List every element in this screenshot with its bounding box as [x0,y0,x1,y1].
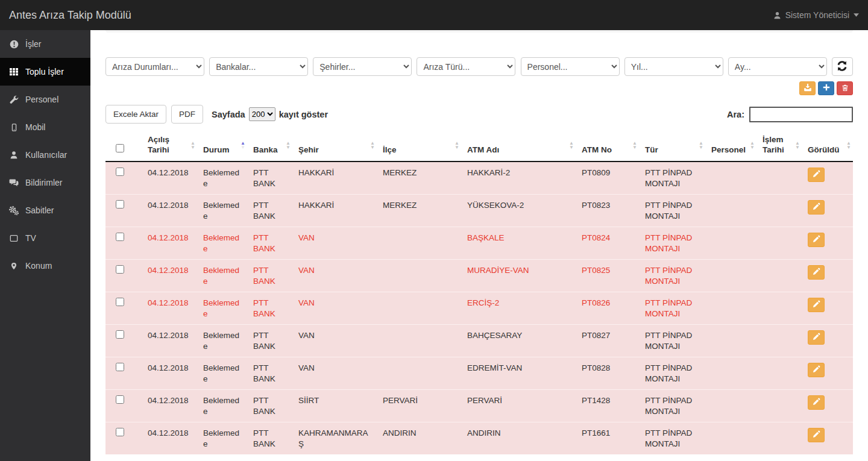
row-checkbox[interactable] [116,233,124,241]
select-all-checkbox[interactable] [116,144,124,152]
search-input[interactable] [749,107,853,122]
filter-select-sehirler[interactable]: Şehirler... [313,57,412,76]
filter-select-bankalar[interactable]: Bankalar... [209,57,308,76]
row-checkbox[interactable] [116,200,124,209]
filter-select-ariza-turu[interactable]: Arıza Türü... [417,57,515,76]
column-header-7[interactable]: ATM No▲▼ [576,130,639,162]
sidebar-item-kullanicilar[interactable]: Kullanıcılar [0,141,90,169]
sort-arrows-icon: ▲▼ [632,141,637,149]
row-checkbox[interactable] [116,395,124,404]
refresh-button[interactable] [832,57,853,76]
cell-tur: PTT PİNPAD MONTAJI [639,162,705,195]
column-header-1[interactable]: Açılış Tarihi▲▼ [142,130,197,162]
user-menu[interactable]: Sistem Yöneticisi [773,10,859,20]
select-all-header [105,130,142,162]
column-header-4[interactable]: Şehir▲▼ [292,130,377,162]
sidebar-item-label: Toplu İşler [25,67,64,77]
cell-islem_tarihi [756,390,802,422]
export-pdf-button[interactable]: PDF [171,105,203,124]
filter-select-ariza-durumlari[interactable]: Arıza Durumları... [105,57,204,76]
filter-select-personel[interactable]: Personel... [521,57,620,76]
cell-goruldu [802,260,853,292]
cell-sehir: VAN [292,260,377,292]
row-select-cell [105,162,142,195]
main-content: Anasayfa / Toplu İşler Arıza Durumları..… [90,0,868,454]
cell-durum: Beklemede [197,260,247,292]
sidebar-item-isler[interactable]: İşler [0,30,90,58]
add-button[interactable] [818,81,834,95]
page-size-control: Sayfada 200 kayıt göster [212,107,328,121]
column-header-3[interactable]: Banka▲▼ [247,130,292,162]
column-header-6[interactable]: ATM Adı▲▼ [461,130,576,162]
row-checkbox[interactable] [116,363,124,371]
cell-atm_adi: YÜKSEKOVA-2 [461,195,576,227]
cell-banka: PTT BANK [247,292,292,325]
cell-atm_adi: ERCİŞ-2 [461,292,576,325]
cell-banka: PTT BANK [247,227,292,260]
cell-atm_no: PT0823 [576,195,639,227]
edit-button[interactable] [808,330,825,345]
edit-button[interactable] [808,428,825,442]
edit-button[interactable] [808,395,825,410]
sidebar-item-bildirimler[interactable]: Bildirimler [0,169,90,196]
row-checkbox[interactable] [116,428,124,436]
sidebar-item-label: İşler [25,39,41,49]
sidebar-item-mobil[interactable]: Mobil [0,113,90,141]
cell-tur: PTT PİNPAD MONTAJI [639,357,705,390]
tv-icon [9,234,19,242]
column-header-11[interactable]: Görüldü▲▼ [802,130,853,162]
row-checkbox[interactable] [116,298,124,306]
column-header-8[interactable]: Tür▲▼ [639,130,705,162]
column-label: Açılış Tarihi [148,135,169,154]
cell-islem_tarihi [756,325,802,357]
cell-islem_tarihi [756,227,802,260]
edit-button[interactable] [808,265,825,280]
cell-goruldu [802,162,853,195]
sort-arrows-icon: ▲▼ [795,141,800,149]
cell-tur: PTT PİNPAD MONTAJI [639,195,705,227]
column-label: ATM Adı [467,145,499,154]
cell-goruldu [802,325,853,357]
cell-ilce: MERKEZ [377,162,461,195]
cell-banka: PTT BANK [247,422,292,455]
edit-button[interactable] [808,363,825,377]
page-size-prefix: Sayfada [212,110,245,119]
column-label: İşlem Tarihi [763,135,784,154]
download-button[interactable] [799,81,816,95]
filter-select-ay[interactable]: Ay... [728,57,827,76]
cell-banka: PTT BANK [247,357,292,390]
row-checkbox[interactable] [116,330,124,339]
cell-personel [705,260,756,292]
table-row: 04.12.2018BeklemedePTT BANKKAHRAMANMARAŞ… [105,422,853,455]
table-row: 04.12.2018BeklemedePTT BANKVANBAHÇESARAY… [105,325,853,357]
delete-button[interactable] [837,81,853,95]
page-size-select[interactable]: 200 [249,107,275,121]
sidebar-item-sabitler[interactable]: Sabitler [0,196,90,224]
filter-select-yil[interactable]: Yıl... [624,57,723,76]
row-checkbox[interactable] [116,265,124,274]
column-header-10[interactable]: İşlem Tarihi▲▼ [756,130,802,162]
cell-ilce: PERVARİ [377,390,461,422]
edit-button[interactable] [808,200,825,215]
column-header-5[interactable]: İlçe▲▼ [377,130,461,162]
export-excel-button[interactable]: Excele Aktar [105,105,166,124]
cell-atm_adi: BAŞKALE [461,227,576,260]
table-row: 04.12.2018BeklemedePTT BANKHAKKARİMERKEZ… [105,195,853,227]
refresh-icon [836,60,848,74]
cell-islem_tarihi [756,422,802,455]
app-title: Antes Arıza Takip Modülü [9,9,131,22]
column-header-2[interactable]: Durum▲▼ [197,130,247,162]
column-header-9[interactable]: Personel▲▼ [705,130,756,162]
cell-ilce [377,325,461,357]
sidebar-item-personel[interactable]: Personel [0,86,90,113]
cell-goruldu [802,195,853,227]
edit-button[interactable] [808,233,825,247]
cell-banka: PTT BANK [247,162,292,195]
sidebar-item-konum[interactable]: Konum [0,252,90,280]
table-row: 04.12.2018BeklemedePTT BANKVANMURADİYE-V… [105,260,853,292]
sidebar-item-tv[interactable]: TV [0,224,90,252]
edit-button[interactable] [808,168,825,182]
row-checkbox[interactable] [116,168,124,176]
edit-button[interactable] [808,298,825,312]
sidebar-item-toplu-isler[interactable]: Toplu İşler [0,58,90,86]
